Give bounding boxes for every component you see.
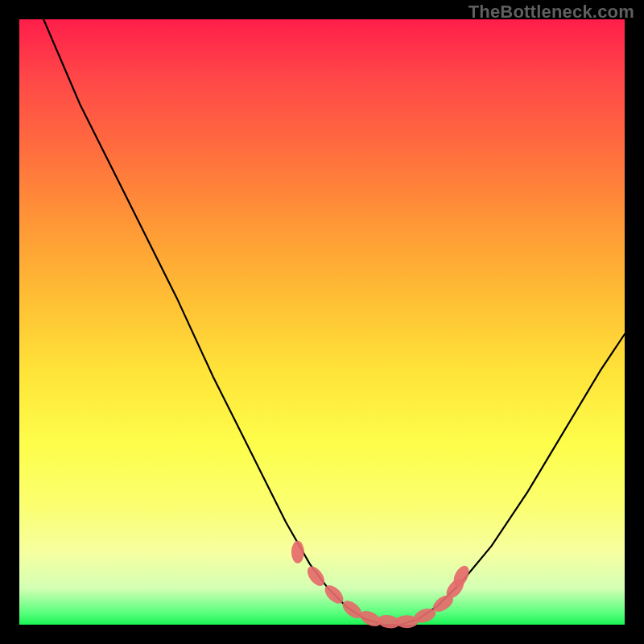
plot-area: [19, 19, 625, 625]
bottleneck-curve-svg: [19, 19, 625, 625]
bottleneck-curve: [43, 19, 625, 625]
highlighted-points: [291, 541, 473, 630]
outer-frame: TheBottleneck.com: [0, 0, 644, 644]
marker-point: [291, 541, 304, 564]
marker-point: [304, 564, 328, 589]
